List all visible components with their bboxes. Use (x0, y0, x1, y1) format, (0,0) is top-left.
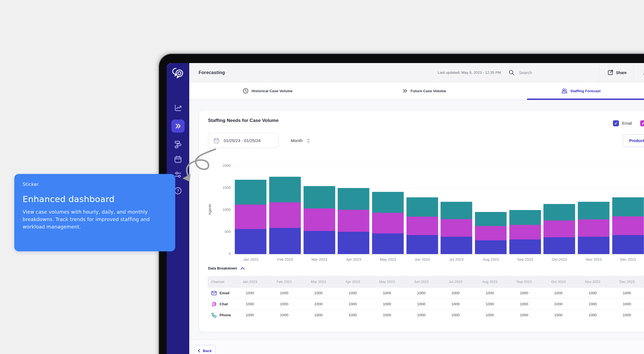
table-cell: 1000 (336, 313, 370, 317)
sidebar-item-schedule[interactable] (171, 153, 185, 166)
data-breakdown-label: Data Breakdown (208, 266, 237, 270)
interval-select[interactable]: Month (291, 133, 311, 148)
stacked-bar[interactable] (544, 204, 575, 254)
stacked-bar[interactable] (578, 202, 610, 254)
app-logo-icon (172, 67, 184, 80)
stacked-bar[interactable] (338, 188, 369, 254)
sticker-eyebrow: Sticker (23, 182, 167, 187)
bar-segment-phone (509, 210, 541, 225)
table-cell: 1000 (473, 302, 507, 306)
productivity-button[interactable]: Productivity (623, 134, 644, 147)
bar-slot-feb-2023 (268, 166, 302, 254)
x-tick-label: Aug 2023 (474, 257, 508, 262)
sidebar-item-trends[interactable] (171, 101, 185, 115)
table-cell: 1000 (541, 302, 576, 306)
bar-segment-email (475, 240, 507, 254)
x-tick-label: May 2023 (371, 257, 405, 262)
x-tick-label: Sep 2023 (508, 257, 542, 262)
bar-segment-email (441, 237, 472, 254)
bar-segment-email (303, 231, 335, 254)
calendar-icon (213, 137, 220, 144)
column-header: Sep 2023 (507, 280, 541, 284)
table-cell: 1000 (404, 291, 439, 295)
data-breakdown-table: ChannelJan 2023Feb 2023Mar 2023Apr 2023M… (207, 276, 644, 320)
table-cell: 1000 (336, 302, 370, 306)
checkbox-icon[interactable]: ✓ (613, 120, 619, 126)
stacked-bar[interactable] (269, 177, 301, 254)
stacked-bar[interactable] (235, 180, 267, 254)
column-header: Nov 2023 (576, 280, 610, 284)
table-cell: 1000 (473, 313, 507, 317)
y-tick-label: 1500 (214, 186, 231, 190)
search-box[interactable] (508, 69, 579, 76)
table-cell: 1000 (473, 291, 507, 295)
x-tick-label: Jul 2023 (439, 257, 474, 262)
stacked-bar[interactable] (406, 197, 438, 254)
table-cell: 1000 (576, 291, 610, 295)
share-button[interactable]: Share (607, 70, 627, 75)
sidebar-item-plans[interactable] (171, 138, 185, 151)
x-tick-label: Apr 2023 (336, 257, 371, 262)
date-range-picker[interactable]: 01/25/23 - 01/25/24 (208, 133, 279, 148)
share-label: Share (616, 70, 627, 75)
y-axis-label: Agents (208, 204, 212, 215)
bar-segment-chat (406, 217, 438, 235)
table-cell: 1000 (404, 313, 439, 317)
table-cell: 1000 (507, 302, 541, 306)
column-header: Aug 2023 (473, 280, 507, 284)
double-chevron-right-icon (174, 122, 182, 130)
back-button[interactable]: Back (194, 345, 215, 354)
users-icon (561, 88, 568, 94)
y-tick-label: 1000 (214, 208, 231, 212)
bar-segment-chat (612, 216, 644, 235)
table-cell: 1000 (233, 302, 267, 306)
column-header-channel: Channel (207, 280, 233, 284)
tab-historical-case-volume[interactable]: Historical Case Volume (189, 82, 346, 99)
table-row-phone: Phone10001000100010001000100010001000100… (207, 309, 644, 320)
table-cell: 1000 (439, 291, 473, 295)
bar-segment-email (544, 237, 575, 254)
stacked-bar-chart (234, 166, 644, 254)
bar-slot-apr-2023 (336, 166, 371, 254)
stacked-bar[interactable] (372, 192, 404, 254)
checkbox-icon[interactable]: ✓ (640, 120, 644, 126)
sticker-callout: Sticker Enhanced dashboard View case vol… (14, 174, 175, 251)
stacked-bar[interactable] (509, 210, 541, 254)
bar-segment-chat (475, 226, 507, 240)
bar-segment-email (578, 237, 610, 254)
email-icon (211, 290, 217, 296)
stacked-bar[interactable] (441, 202, 472, 254)
table-cell: 1000 (610, 302, 644, 306)
x-tick-label: Oct 2023 (542, 257, 577, 262)
legend-checkbox-email[interactable]: ✓Email (613, 120, 632, 126)
stacked-bar[interactable] (475, 212, 507, 254)
table-cell: 1000 (576, 313, 610, 317)
divider (502, 63, 502, 82)
footer: Back (189, 339, 644, 354)
data-breakdown-toggle[interactable]: Data Breakdown (208, 266, 245, 270)
tab-label: Staffing Forecast (570, 89, 601, 93)
bar-segment-chat (269, 202, 301, 228)
column-header: May 2023 (370, 280, 404, 284)
notifications-bell-icon[interactable] (643, 69, 644, 78)
app-screen: ? Forecasting Last updated: May 8, 2023 … (167, 63, 644, 354)
search-input[interactable] (519, 70, 579, 75)
bar-segment-chat (544, 220, 575, 238)
chevron-updown-icon (306, 138, 311, 143)
divider (633, 63, 634, 82)
bar-segment-email (509, 239, 541, 254)
tab-future-case-volume[interactable]: Future Case Volume (346, 82, 502, 99)
table-cell: 1000 (576, 302, 610, 306)
card-title: Staffing Needs for Case Volume (208, 118, 279, 123)
column-header: Feb 2023 (267, 280, 302, 284)
stacked-bar[interactable] (303, 186, 335, 254)
legend-checkbox-chat[interactable]: ✓Chat (640, 120, 644, 126)
bar-segment-email (269, 228, 301, 254)
tab-staffing-forecast[interactable]: Staffing Forecast (503, 82, 644, 99)
x-tick-label: Nov 2023 (577, 257, 611, 262)
channel-legend-checkboxes: ✓Email✓Chat (613, 120, 644, 126)
sidebar-item-forecast-active[interactable] (171, 119, 185, 133)
page-title: Forecasting (199, 70, 225, 75)
table-cell: 1000 (267, 302, 302, 306)
stacked-bar[interactable] (612, 197, 644, 254)
